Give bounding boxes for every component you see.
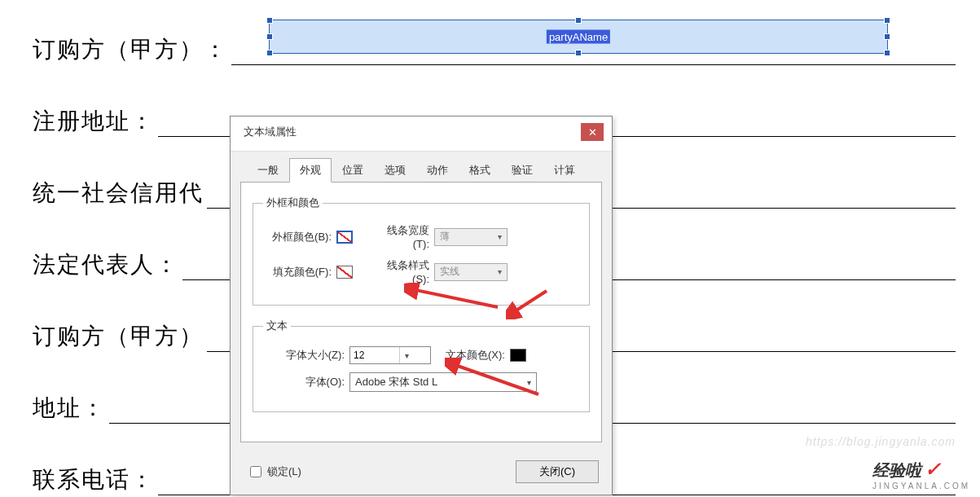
tab-bar: 一般 外观 位置 选项 动作 格式 验证 计算	[231, 152, 612, 183]
site-logo: 经验啦✓ JINGYANLA.COM	[872, 458, 970, 490]
chevron-down-icon: ▾	[498, 267, 502, 276]
logo-subtext: JINGYANLA.COM	[872, 482, 970, 490]
chevron-down-icon: ▾	[498, 232, 502, 241]
border-color-label: 外框颜色(B):	[263, 230, 332, 244]
close-dialog-button[interactable]: 关闭(C)	[516, 460, 599, 483]
font-value: Adobe 宋体 Std L	[355, 375, 437, 389]
resize-handle[interactable]	[266, 33, 273, 40]
tab-general[interactable]: 一般	[247, 158, 289, 183]
font-label: 字体(O):	[263, 375, 345, 389]
font-select[interactable]: Adobe 宋体 Std L ▾	[349, 372, 537, 392]
watermark-text: https://blog.jingyanla.com	[806, 435, 956, 448]
close-icon: ✕	[588, 126, 597, 139]
logo-text: 经验啦	[872, 461, 921, 479]
resize-handle[interactable]	[884, 33, 890, 40]
line-style-select[interactable]: 实线 ▾	[434, 263, 508, 281]
tab-format[interactable]: 格式	[459, 158, 501, 183]
dialog-footer: 锁定(L) 关闭(C)	[231, 452, 612, 495]
font-size-label: 字体大小(Z):	[263, 348, 345, 363]
line-width-label: 线条宽度(T):	[371, 223, 429, 250]
chevron-down-icon: ▾	[527, 378, 531, 387]
lock-checkbox[interactable]	[250, 466, 261, 477]
text-color-label: 文本颜色(X):	[446, 348, 505, 363]
form-label: 统一社会信用代	[33, 178, 204, 209]
tab-panel-appearance: 外框和颜色 外框颜色(B): 线条宽度(T): 薄 ▾ 填充颜色(F): 线条样…	[240, 182, 602, 442]
field-name-badge: partyAName	[547, 30, 610, 44]
tab-appearance[interactable]: 外观	[289, 158, 332, 183]
dialog-titlebar[interactable]: 文本域属性 ✕	[231, 117, 612, 152]
tab-calculate[interactable]: 计算	[543, 158, 586, 183]
resize-handle[interactable]	[575, 17, 582, 24]
line-width-select[interactable]: 薄 ▾	[434, 228, 508, 246]
form-label: 联系电话：	[33, 464, 155, 495]
check-icon: ✓	[925, 458, 941, 480]
dialog-title-text: 文本域属性	[244, 125, 297, 139]
border-color-swatch[interactable]	[336, 231, 353, 244]
group-legend: 外框和颜色	[263, 196, 323, 210]
fill-color-label: 填充颜色(F):	[263, 265, 332, 279]
tab-options[interactable]: 选项	[374, 158, 416, 183]
selected-text-field[interactable]: partyAName	[269, 20, 888, 54]
line-width-value: 薄	[440, 230, 450, 244]
resize-handle[interactable]	[884, 50, 890, 56]
line-style-label: 线条样式(S):	[371, 258, 429, 285]
font-size-input[interactable]	[350, 347, 399, 363]
chevron-down-icon: ▾	[399, 347, 414, 363]
form-label: 注册地址：	[33, 106, 155, 137]
form-label: 订购方（甲方）：	[33, 34, 228, 65]
font-size-combo[interactable]: ▾	[349, 346, 431, 364]
line-style-value: 实线	[440, 265, 459, 279]
text-group: 文本 字体大小(Z): ▾ 文本颜色(X): 字体(O): Adobe 宋体 S…	[253, 319, 590, 412]
lock-checkbox-label[interactable]: 锁定(L)	[247, 464, 301, 480]
resize-handle[interactable]	[884, 17, 890, 24]
text-color-swatch[interactable]	[510, 349, 526, 362]
form-label: 订购方（甲方）	[33, 321, 204, 352]
form-label: 地址：	[33, 393, 106, 424]
resize-handle[interactable]	[266, 17, 273, 24]
lock-label-text: 锁定(L)	[267, 464, 301, 479]
form-label: 法定代表人：	[33, 249, 179, 280]
tab-actions[interactable]: 动作	[416, 158, 459, 183]
text-field-properties-dialog: 文本域属性 ✕ 一般 外观 位置 选项 动作 格式 验证 计算 外框和颜色 外框…	[230, 116, 613, 495]
close-button[interactable]: ✕	[581, 123, 604, 141]
resize-handle[interactable]	[266, 50, 273, 56]
form-underline	[231, 64, 956, 65]
border-color-group: 外框和颜色 外框颜色(B): 线条宽度(T): 薄 ▾ 填充颜色(F): 线条样…	[253, 196, 590, 306]
tab-position[interactable]: 位置	[332, 158, 374, 183]
resize-handle[interactable]	[575, 50, 582, 56]
group-legend: 文本	[263, 319, 291, 333]
fill-color-swatch[interactable]	[336, 266, 353, 279]
tab-validate[interactable]: 验证	[501, 158, 543, 183]
